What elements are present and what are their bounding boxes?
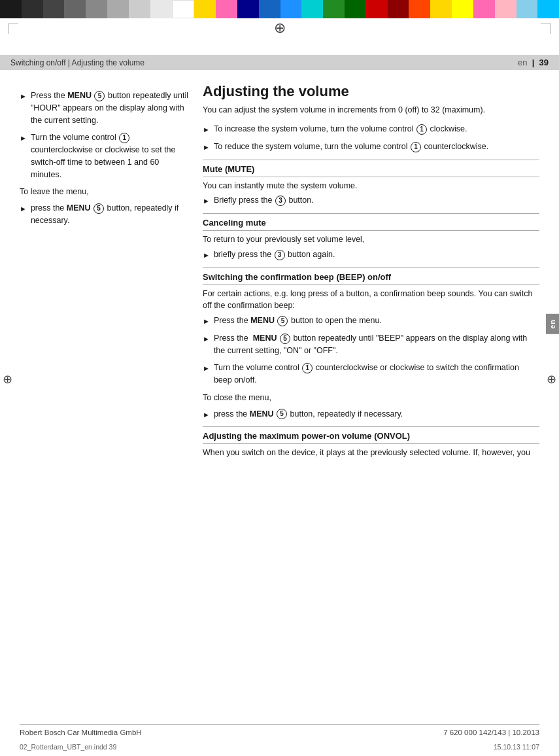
beep-bullet-1-text: Press the MENU 5 button to open the menu… (214, 315, 382, 327)
cancel-mute-bullet-1-text: briefly press the 3 button again. (214, 249, 335, 261)
crosshair-right: ⊕ (547, 373, 556, 385)
footer-right: 7 620 000 142/143 | 10.2013 (443, 729, 539, 736)
beep-bullet-2: ► Press the MENU 5 button repeatedly unt… (203, 332, 539, 357)
divider-3 (203, 267, 539, 268)
crosshair-top: ⊕ (274, 21, 286, 35)
mute-bullet-1: ► Briefly press the 3 button. (203, 194, 539, 207)
mute-arrow-1: ► (203, 196, 210, 207)
header-page: en | 39 (518, 58, 549, 67)
right-arrow-1: ► (203, 124, 210, 135)
color-bar (0, 0, 559, 18)
beep-arrow-2: ► (203, 334, 210, 345)
crosshair-left: ⊕ (3, 373, 12, 385)
right-bullet-2: ► To reduce the system volume, turn the … (203, 141, 539, 153)
to-leave-menu-label: To leave the menu, (20, 186, 190, 198)
beep-section-intro: For certain actions, e.g. long press of … (203, 288, 539, 313)
mute-bullet-1-text: Briefly press the 3 button. (214, 194, 314, 207)
beep-bullet-3-text: Turn the volume control 1 counterclockwi… (214, 362, 539, 387)
left-bullet-3-text: press the MENU 5 button, repeatedly if n… (31, 202, 190, 227)
header-page-num: 39 (539, 58, 549, 67)
mute-section: Mute (MUTE) You can instantly mute the s… (203, 164, 539, 207)
cancel-mute-arrow-1: ► (203, 250, 210, 261)
main-section-title: Adjusting the volume (203, 83, 539, 100)
beep-bullet-1: ► Press the MENU 5 button to open the me… (203, 315, 539, 327)
mute-section-title: Mute (MUTE) (203, 164, 539, 177)
divider-2 (203, 213, 539, 214)
bullet-arrow-3: ► (20, 203, 27, 215)
bottom-imprint-right: 15.10.13 11:07 (494, 743, 539, 751)
top-marks-area: ⊕ (0, 18, 559, 50)
beep-close-bullet: ► press the MENU 5 button, repeatedly if… (203, 408, 539, 421)
header-bar: Switching on/off | Adjusting the volume … (0, 55, 559, 70)
main-section-intro: You can adjust the system volume in incr… (203, 104, 539, 116)
left-bullet-1: ► Press the MENU 5 button repeatedly unt… (20, 90, 190, 126)
beep-close-bullet-text: press the MENU 5 button, repeatedly if n… (214, 408, 403, 421)
onvol-section-title: Adjusting the maximum power-on volume (O… (203, 431, 539, 444)
left-bullet-3: ► press the MENU 5 button, repeatedly if… (20, 202, 190, 227)
beep-section-title: Switching the confirmation beep (BEEP) o… (203, 272, 539, 285)
left-bullet-2: ► Turn the volume control 1 counterclock… (20, 131, 190, 180)
right-bullet-2-text: To reduce the system volume, turn the vo… (214, 141, 488, 153)
onvol-section: Adjusting the maximum power-on volume (O… (203, 431, 539, 459)
cancel-mute-bullet-1: ► briefly press the 3 button again. (203, 249, 539, 261)
cancel-mute-section: Canceling mute To return to your previou… (203, 218, 539, 261)
bullet-arrow-1: ► (20, 91, 27, 102)
corner-mark-tr (541, 24, 551, 34)
divider-1 (203, 160, 539, 160)
beep-arrow-1: ► (203, 316, 210, 327)
bullet-arrow-2: ► (20, 133, 27, 144)
footer-left: Robert Bosch Car Multimedia GmbH (20, 729, 142, 736)
bottom-imprint: 02_Rotterdam_UBT_en.indd 39 15.10.13 11:… (20, 743, 539, 751)
right-arrow-2: ► (203, 142, 210, 153)
onvol-section-intro: When you switch on the device, it plays … (203, 447, 539, 459)
right-bullet-1: ► To increase the system volume, turn th… (203, 123, 539, 135)
header-lang: en (518, 58, 527, 67)
right-column: Adjusting the volume You can adjust the … (203, 83, 539, 466)
left-column: ► Press the MENU 5 button repeatedly unt… (20, 83, 190, 466)
side-language-tab: en (546, 314, 559, 334)
left-bullet-2-text: Turn the volume control 1 counterclockwi… (31, 131, 190, 180)
cancel-mute-intro: To return to your previously set volume … (203, 233, 539, 246)
beep-bullet-2-text: Press the MENU 5 button repeatedly until… (214, 332, 539, 357)
mute-section-intro: You can instantly mute the system volume… (203, 180, 539, 192)
left-bullet-1-text: Press the MENU 5 button repeatedly until… (31, 90, 190, 126)
cancel-mute-title: Canceling mute (203, 218, 539, 231)
main-content: ► Press the MENU 5 button repeatedly unt… (0, 70, 559, 479)
to-close-menu-label: To close the menu, (203, 392, 539, 404)
beep-bullet-3: ► Turn the volume control 1 counterclock… (203, 362, 539, 387)
header-title: Switching on/off | Adjusting the volume (10, 58, 144, 67)
beep-close-arrow: ► (203, 409, 210, 421)
right-bullet-1-text: To increase the system volume, turn the … (214, 123, 467, 135)
bottom-imprint-left: 02_Rotterdam_UBT_en.indd 39 (20, 743, 116, 751)
corner-mark-tl (8, 24, 18, 34)
footer: Robert Bosch Car Multimedia GmbH 7 620 0… (20, 724, 539, 736)
beep-section: Switching the confirmation beep (BEEP) o… (203, 272, 539, 421)
beep-arrow-3: ► (203, 363, 210, 374)
divider-4 (203, 426, 539, 427)
